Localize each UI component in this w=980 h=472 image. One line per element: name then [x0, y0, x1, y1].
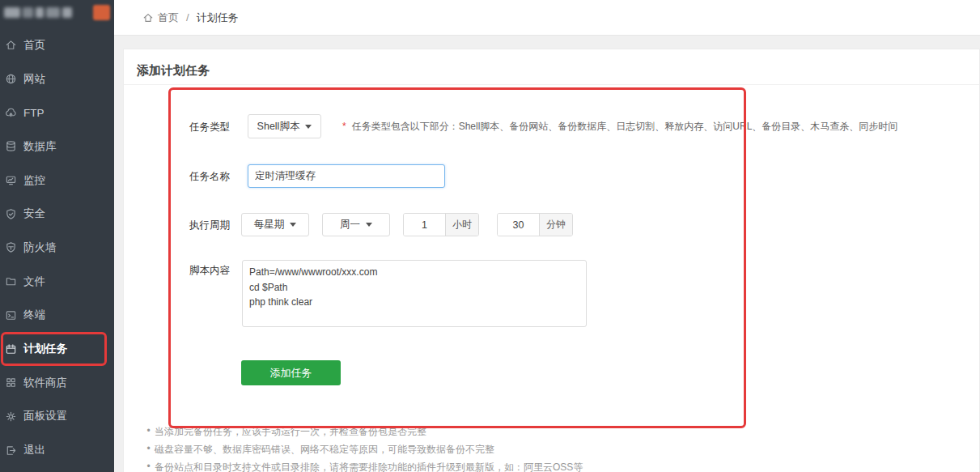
- terminal-icon: [5, 309, 17, 321]
- task-type-hint: *任务类型包含以下部分：Shell脚本、备份网站、备份数据库、日志切割、释放内存…: [342, 114, 897, 138]
- cycle-hour-input[interactable]: [404, 214, 445, 236]
- bullet-icon: •: [142, 425, 155, 436]
- folder-icon: [5, 275, 17, 287]
- task-type-value: Shell脚本: [257, 120, 300, 134]
- sidebar-item-cron[interactable]: 计划任务: [0, 332, 114, 366]
- sidebar-item-label: 退出: [23, 443, 45, 457]
- chevron-down-icon: [305, 125, 312, 129]
- sidebar-item-firewall[interactable]: 防火墙: [0, 231, 114, 265]
- sidebar-item-label: FTP: [23, 107, 45, 119]
- firewall-shield-icon: [5, 241, 17, 253]
- gear-icon: [5, 410, 17, 423]
- footnote-item: • 备份站点和目录时支持文件或目录排除，请将需要排除功能的插件升级到最新版，如：…: [142, 461, 583, 472]
- task-name-input[interactable]: [248, 164, 445, 188]
- sidebar-item-label: 终端: [23, 308, 45, 322]
- sidebar-item-label: 文件: [23, 274, 45, 289]
- ftp-icon: [5, 107, 17, 119]
- breadcrumb-current: 计划任务: [197, 11, 239, 25]
- sidebar-item-label: 网站: [23, 72, 45, 87]
- cycle-day-select[interactable]: 周一: [322, 213, 390, 236]
- sidebar-item-ftp[interactable]: FTP: [0, 96, 114, 130]
- website-icon: [5, 73, 17, 85]
- sidebar-item-files[interactable]: 文件: [0, 265, 114, 299]
- logo-text-redacted: [4, 7, 72, 18]
- cycle-hour-unit: 小时: [445, 214, 478, 236]
- breadcrumb-home-label: 首页: [158, 11, 179, 25]
- script-label: 脚本内容: [189, 264, 241, 278]
- topbar: 首页 / 计划任务: [114, 0, 980, 36]
- cycle-period-value: 每星期: [254, 218, 285, 232]
- cycle-minute-input[interactable]: [498, 214, 539, 236]
- task-type-select[interactable]: Shell脚本: [248, 114, 321, 138]
- cycle-minute-group: 分钟: [497, 213, 573, 236]
- cycle-label: 执行周期: [189, 219, 241, 232]
- footnote-text: 当添加完备份任务，应该手动运行一次，并检查备份包是否完整: [155, 425, 426, 439]
- breadcrumb: 首页 / 计划任务: [142, 11, 239, 25]
- add-task-button[interactable]: 添加任务: [241, 360, 341, 385]
- sidebar-item-website[interactable]: 网站: [0, 62, 114, 96]
- database-icon: [5, 140, 17, 152]
- footnotes: • 当添加完备份任务，应该手动运行一次，并检查备份包是否完整 • 磁盘容量不够、…: [142, 425, 583, 472]
- sidebar-item-label: 软件商店: [23, 376, 67, 390]
- cycle-period-select[interactable]: 每星期: [241, 213, 309, 236]
- sidebar: 首页 网站 FTP 数据库 监控 安全: [0, 0, 114, 472]
- cycle-day-value: 周一: [340, 218, 360, 232]
- sidebar-item-label: 防火墙: [23, 240, 57, 255]
- sidebar-item-database[interactable]: 数据库: [0, 130, 114, 164]
- required-asterisk: *: [342, 121, 346, 132]
- sidebar-item-home[interactable]: 首页: [0, 28, 114, 62]
- sidebar-item-label: 安全: [23, 206, 45, 221]
- grid-icon: [5, 376, 17, 389]
- monitor-icon: [5, 174, 17, 186]
- calendar-icon: [5, 343, 17, 355]
- home-icon: [142, 12, 154, 23]
- sidebar-item-label: 面板设置: [23, 409, 67, 423]
- sidebar-item-label: 监控: [23, 173, 45, 188]
- sidebar-item-label: 首页: [23, 38, 45, 53]
- sidebar-item-logout[interactable]: 退出: [0, 433, 114, 467]
- home-icon: [5, 39, 17, 51]
- sidebar-nav: 首页 网站 FTP 数据库 监控 安全: [0, 28, 114, 467]
- task-name-label: 任务名称: [189, 170, 241, 184]
- sidebar-item-label: 计划任务: [23, 342, 67, 356]
- breadcrumb-home-link[interactable]: 首页: [142, 11, 179, 25]
- footnote-item: • 当添加完备份任务，应该手动运行一次，并检查备份包是否完整: [142, 425, 583, 443]
- script-content-textarea[interactable]: Path=/www/wwwroot/xxx.com cd $Path php t…: [242, 260, 587, 327]
- sidebar-item-terminal[interactable]: 终端: [0, 299, 114, 333]
- sidebar-item-appstore[interactable]: 软件商店: [0, 366, 114, 400]
- security-shield-icon: [5, 208, 17, 220]
- footnote-text: 备份站点和目录时支持文件或目录排除，请将需要排除功能的插件升级到最新版，如：阿里…: [155, 461, 583, 472]
- chevron-down-icon: [366, 223, 372, 227]
- panel-logo[interactable]: [0, 0, 114, 21]
- sidebar-item-monitor[interactable]: 监控: [0, 164, 114, 198]
- cycle-hour-group: 小时: [403, 213, 479, 236]
- bullet-icon: •: [142, 443, 155, 454]
- bullet-icon: •: [142, 461, 155, 472]
- sidebar-item-label: 数据库: [23, 139, 57, 154]
- logo-accent-icon: [93, 5, 110, 20]
- breadcrumb-separator: /: [186, 11, 189, 23]
- panel-page: 首页 网站 FTP 数据库 监控 安全: [0, 0, 980, 472]
- sidebar-item-settings[interactable]: 面板设置: [0, 400, 114, 434]
- content-card: 添加计划任务 任务类型 Shell脚本 *任务类型包含以下部分：Shell脚本、…: [123, 49, 980, 472]
- cycle-minute-unit: 分钟: [539, 214, 572, 236]
- task-type-hint-text: 任务类型包含以下部分：Shell脚本、备份网站、备份数据库、日志切割、释放内存、…: [352, 121, 898, 132]
- footnote-text: 磁盘容量不够、数据库密码错误、网络不稳定等原因，可能导致数据备份不完整: [155, 443, 494, 457]
- title-divider: [124, 84, 979, 85]
- sidebar-item-security[interactable]: 安全: [0, 197, 114, 231]
- chevron-down-icon: [290, 223, 296, 227]
- page-title: 添加计划任务: [137, 63, 210, 79]
- logout-icon: [5, 444, 17, 457]
- task-type-label: 任务类型: [189, 121, 241, 134]
- footnote-item: • 磁盘容量不够、数据库密码错误、网络不稳定等原因，可能导致数据备份不完整: [142, 443, 583, 461]
